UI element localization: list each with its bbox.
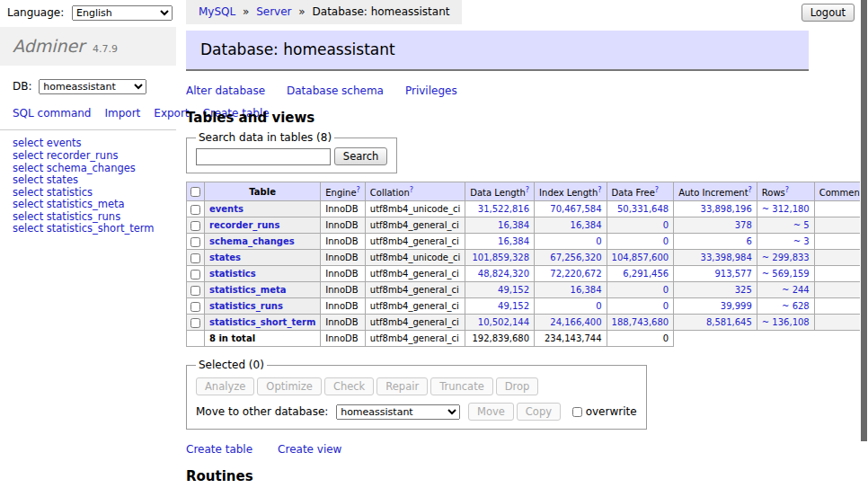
sidebar-select-recorder-runs[interactable]: select recorder_runs: [13, 150, 164, 163]
rows-cell-link[interactable]: ~ 3: [793, 236, 810, 246]
row-checkbox[interactable]: [190, 253, 200, 263]
check-button[interactable]: Check: [324, 377, 374, 395]
data-length-cell-link[interactable]: 48,824,320: [478, 269, 529, 279]
index-length-cell: 0: [535, 298, 607, 315]
row-checkbox[interactable]: [190, 302, 200, 312]
sidebar-menu-export[interactable]: Export: [154, 107, 189, 120]
sidebar-select-statistics-runs[interactable]: select statistics_runs: [13, 211, 164, 224]
scrollbar-thumb[interactable]: [861, 0, 867, 441]
table-link-events[interactable]: events: [209, 204, 244, 214]
sidebar-select-statistics-meta[interactable]: select statistics_meta: [13, 199, 164, 211]
rows-cell-link[interactable]: ~ 136,108: [762, 317, 810, 327]
db-select[interactable]: homeassistant: [39, 79, 146, 94]
search-input[interactable]: [196, 148, 331, 165]
index-length-cell-link[interactable]: 16,384: [571, 285, 602, 295]
breadcrumb-mysql[interactable]: MySQL: [199, 5, 235, 18]
table-link-schema-changes[interactable]: schema_changes: [209, 236, 295, 246]
index-length-cell-link[interactable]: 24,166,400: [550, 317, 601, 327]
privileges-link[interactable]: Privileges: [405, 84, 457, 97]
rows-cell-link[interactable]: ~ 244: [782, 285, 810, 295]
index-length-cell-link[interactable]: 0: [596, 301, 601, 311]
table-link-statistics[interactable]: statistics: [209, 269, 256, 279]
data-free-cell-link[interactable]: 104,857,600: [612, 253, 669, 262]
database-schema-link[interactable]: Database schema: [287, 84, 384, 97]
rows-cell-link[interactable]: ~ 299,833: [762, 253, 810, 262]
auto-increment-cell-link[interactable]: 378: [735, 220, 752, 230]
table-link-states[interactable]: states: [209, 253, 241, 262]
data-length-cell-link[interactable]: 31,522,816: [478, 204, 529, 214]
language-select[interactable]: English: [72, 5, 173, 21]
sidebar-select-statistics[interactable]: select statistics: [13, 187, 164, 200]
analyze-button[interactable]: Analyze: [196, 377, 254, 395]
table-link-statistics-runs[interactable]: statistics_runs: [209, 301, 283, 311]
help-link[interactable]: ?: [655, 186, 659, 194]
breadcrumb-server[interactable]: Server: [256, 5, 291, 18]
data-free-cell-link[interactable]: 0: [663, 285, 669, 295]
data-free-cell-link[interactable]: 0: [663, 301, 669, 311]
search-button[interactable]: Search: [334, 147, 388, 165]
help-link[interactable]: ?: [598, 186, 601, 194]
help-link[interactable]: ?: [357, 186, 360, 194]
rows-cell-link[interactable]: ~ 569,159: [762, 269, 810, 279]
row-checkbox[interactable]: [190, 286, 200, 296]
optimize-button[interactable]: Optimize: [257, 377, 322, 395]
index-length-cell-link[interactable]: 70,467,584: [550, 204, 601, 214]
alter-database-link[interactable]: Alter database: [186, 84, 265, 97]
move-db-select[interactable]: homeassistant: [336, 404, 460, 420]
help-link[interactable]: ?: [785, 186, 789, 194]
data-free-cell-link[interactable]: 0: [663, 220, 669, 230]
row-checkbox[interactable]: [190, 205, 200, 215]
help-link[interactable]: ?: [748, 186, 752, 194]
auto-increment-cell-link[interactable]: 325: [735, 285, 752, 295]
table-link-recorder-runs[interactable]: recorder_runs: [209, 220, 279, 230]
sidebar-select-schema-changes[interactable]: select schema_changes: [13, 163, 164, 175]
auto-increment-cell-link[interactable]: 33,898,196: [701, 204, 752, 214]
data-length-cell-link[interactable]: 16,384: [498, 236, 529, 246]
vertical-scrollbar[interactable]: [860, 0, 868, 488]
index-length-cell-link[interactable]: 16,384: [571, 220, 602, 230]
data-free-cell-link[interactable]: 6,291,456: [623, 269, 669, 279]
rows-cell-link[interactable]: ~ 628: [782, 301, 810, 311]
overwrite-checkbox[interactable]: [572, 407, 582, 417]
auto-increment-cell-link[interactable]: 39,999: [721, 301, 752, 311]
index-length-cell-link[interactable]: 72,220,672: [550, 269, 601, 279]
help-link[interactable]: ?: [410, 186, 413, 194]
repair-button[interactable]: Repair: [376, 377, 428, 395]
data-length-cell-link[interactable]: 49,152: [498, 285, 529, 295]
drop-button[interactable]: Drop: [496, 377, 539, 395]
auto-increment-cell-link[interactable]: 6: [746, 236, 751, 246]
sidebar-select-events[interactable]: select events: [13, 138, 164, 150]
table-link-statistics-short-term[interactable]: statistics_short_term: [209, 317, 315, 327]
row-checkbox[interactable]: [190, 221, 200, 231]
create-table-link[interactable]: Create table: [186, 443, 252, 456]
row-checkbox[interactable]: [190, 318, 200, 328]
row-checkbox[interactable]: [190, 237, 200, 247]
data-length-cell-link[interactable]: 10,502,144: [478, 317, 529, 327]
data-length-cell-link[interactable]: 49,152: [498, 301, 529, 311]
auto-increment-cell-link[interactable]: 8,581,645: [706, 317, 752, 327]
help-link[interactable]: ?: [526, 186, 529, 194]
create-view-link[interactable]: Create view: [278, 443, 341, 456]
rows-cell-link[interactable]: ~ 312,180: [762, 204, 810, 214]
sidebar-select-statistics-short-term[interactable]: select statistics_short_term: [13, 223, 164, 235]
index-length-cell-link[interactable]: 67,256,320: [550, 253, 601, 262]
data-free-cell-link[interactable]: 188,743,680: [612, 317, 669, 327]
sidebar-menu-sql-command[interactable]: SQL command: [13, 107, 91, 120]
truncate-button[interactable]: Truncate: [430, 377, 493, 395]
sidebar-select-states[interactable]: select states: [13, 174, 164, 187]
row-checkbox[interactable]: [190, 270, 200, 279]
data-free-cell-link[interactable]: 50,331,648: [617, 204, 669, 214]
index-length-cell-link[interactable]: 0: [596, 236, 601, 246]
data-length-cell-link[interactable]: 101,859,328: [472, 253, 529, 262]
rows-cell-link[interactable]: ~ 5: [793, 220, 810, 230]
data-length-cell-link[interactable]: 16,384: [498, 220, 529, 230]
adminer-logo: Adminer: [13, 36, 84, 56]
auto-increment-cell-link[interactable]: 913,577: [714, 269, 751, 279]
table-link-statistics-meta[interactable]: statistics_meta: [209, 285, 286, 295]
move-button[interactable]: Move: [468, 403, 514, 421]
copy-button[interactable]: Copy: [517, 403, 561, 421]
auto-increment-cell-link[interactable]: 33,398,984: [701, 253, 752, 262]
data-free-cell-link[interactable]: 0: [663, 236, 669, 246]
sidebar-menu-import[interactable]: Import: [104, 107, 140, 120]
select-all-checkbox[interactable]: [190, 187, 200, 197]
